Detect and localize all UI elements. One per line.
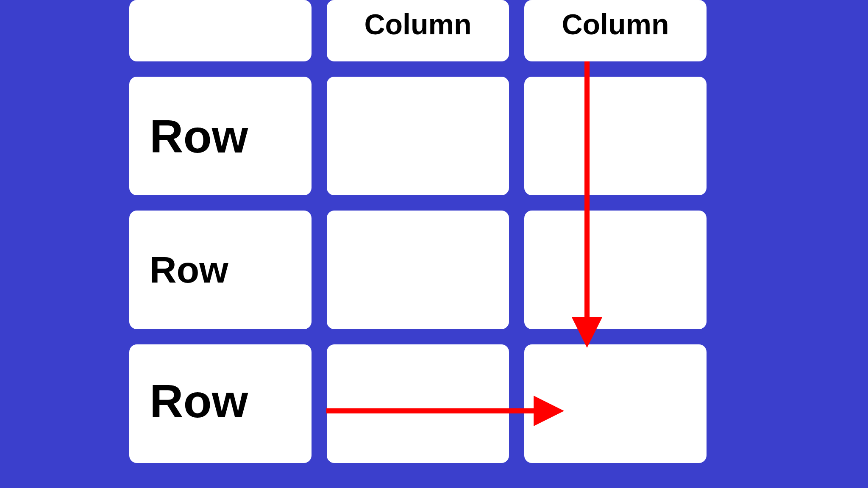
header-cell-col2: Column <box>327 0 509 61</box>
header-cell-col3: Column <box>524 0 707 61</box>
data-cell-r2c2 <box>327 211 509 329</box>
data-cell-r3c2 <box>327 344 509 463</box>
row-header-1: Row <box>129 77 312 195</box>
grid: Column Column Row Row Row <box>129 0 693 463</box>
header-cell-empty <box>129 0 312 61</box>
row-label: Row <box>150 109 248 163</box>
data-cell-r1c2 <box>327 77 509 195</box>
data-cell-r3c3 <box>524 344 707 463</box>
row-header-3: Row <box>129 344 312 463</box>
data-cell-r1c3 <box>524 77 707 195</box>
header-label: Column <box>364 8 471 41</box>
row-header-2: Row <box>129 211 312 329</box>
header-label: Column <box>562 8 669 41</box>
row-label: Row <box>150 374 248 428</box>
row-label: Row <box>150 248 228 291</box>
table-diagram: Column Column Row Row Row <box>129 0 693 463</box>
data-cell-r2c3 <box>524 211 707 329</box>
